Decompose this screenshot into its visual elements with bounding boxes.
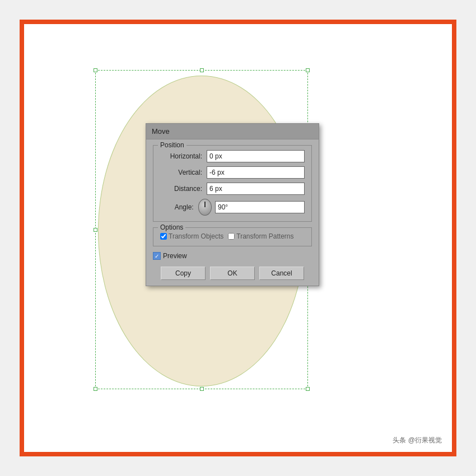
- options-group: Options Transform Objects Transform Patt…: [153, 227, 312, 246]
- dialog-titlebar: Move: [146, 124, 319, 139]
- horizontal-row: Horizontal:: [160, 150, 305, 162]
- handle-top-right[interactable]: [306, 68, 310, 72]
- options-legend: Options: [158, 223, 185, 231]
- handle-top-center[interactable]: [200, 68, 204, 72]
- horizontal-label: Horizontal:: [160, 152, 202, 160]
- move-dialog: Move Position Horizontal: Vertical: Dis: [146, 123, 319, 286]
- preview-checkbox-icon[interactable]: ✓: [153, 252, 161, 260]
- dialog-title: Move: [152, 127, 170, 136]
- canvas-area: Move Position Horizontal: Vertical: Dis: [36, 36, 440, 440]
- preview-label: Preview: [163, 252, 187, 260]
- handle-top-left[interactable]: [94, 68, 97, 72]
- ok-button[interactable]: OK: [210, 267, 255, 280]
- distance-input[interactable]: [207, 183, 305, 195]
- position-group: Position Horizontal: Vertical: Distance:: [153, 145, 312, 222]
- horizontal-input[interactable]: [207, 150, 305, 162]
- angle-dial[interactable]: [198, 199, 212, 216]
- transform-objects-text: Transform Objects: [169, 232, 223, 240]
- transform-objects-label[interactable]: Transform Objects: [160, 232, 223, 240]
- transform-patterns-text: Transform Patterns: [236, 232, 293, 240]
- position-legend: Position: [158, 141, 186, 149]
- distance-label: Distance:: [160, 185, 202, 193]
- preview-row: ✓ Preview: [153, 252, 312, 260]
- vertical-row: Vertical:: [160, 166, 305, 179]
- angle-label: Angle:: [160, 203, 194, 211]
- outer-border: Move Position Horizontal: Vertical: Dis: [20, 20, 456, 456]
- distance-row: Distance:: [160, 183, 305, 195]
- handle-bottom-center[interactable]: [200, 387, 204, 391]
- handle-bottom-right[interactable]: [306, 387, 310, 391]
- button-row: Copy OK Cancel: [153, 267, 312, 280]
- copy-button[interactable]: Copy: [161, 267, 206, 280]
- dialog-body: Position Horizontal: Vertical: Distance:: [146, 139, 319, 286]
- transform-patterns-label[interactable]: Transform Patterns: [228, 232, 293, 240]
- vertical-input[interactable]: [207, 166, 305, 179]
- vertical-label: Vertical:: [160, 169, 202, 176]
- angle-input[interactable]: [215, 201, 305, 213]
- transform-objects-checkbox[interactable]: [160, 233, 167, 240]
- cancel-button[interactable]: Cancel: [259, 267, 304, 280]
- options-row: Transform Objects Transform Patterns: [160, 232, 305, 240]
- handle-mid-left[interactable]: [94, 228, 97, 232]
- handle-bottom-left[interactable]: [94, 387, 97, 391]
- watermark: 头条 @衍果视觉: [393, 436, 442, 445]
- angle-row: Angle:: [160, 199, 305, 216]
- transform-patterns-checkbox[interactable]: [228, 233, 235, 240]
- dial-line: [204, 202, 206, 207]
